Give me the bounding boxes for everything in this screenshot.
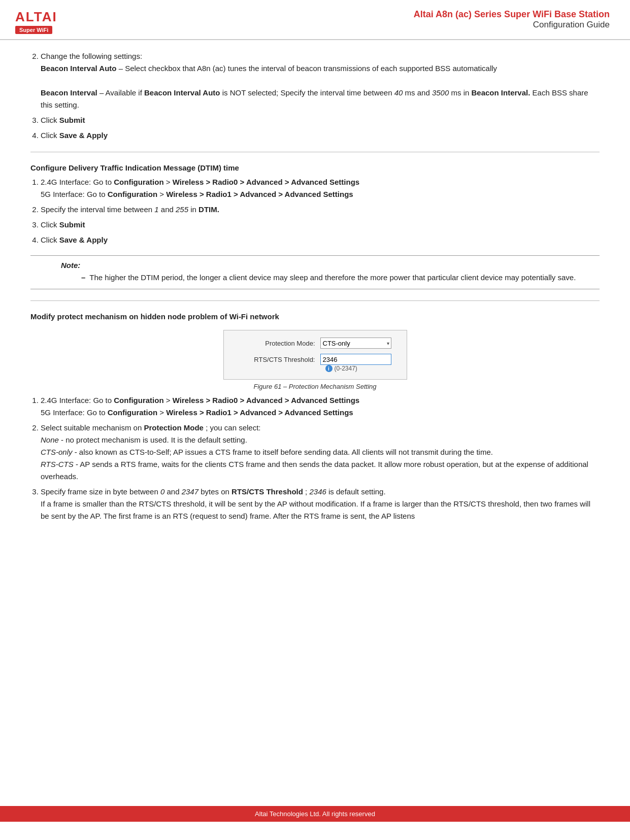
- dtim-max: 255: [176, 205, 188, 214]
- rts-hint-row: i (0-2347): [325, 365, 391, 372]
- mode-none-label: None: [41, 435, 59, 444]
- protection-mode-select[interactable]: None CTS-only RTS-CTS: [320, 338, 391, 349]
- protect-5g-path: Wireless > Radio1 > Advanced > Advanced …: [166, 408, 353, 417]
- protect-5g-config: Configuration: [108, 408, 157, 417]
- rts-threshold-group: RTS/CTS Threshold: i (0-2347): [239, 354, 391, 372]
- list-item-change-settings: Change the following settings: Beacon In…: [41, 50, 600, 111]
- list-item-save-apply-1: Click Save & Apply: [41, 129, 600, 142]
- footer-bar: Altai Technologies Ltd. All rights reser…: [0, 806, 630, 822]
- dtim-specify-pre: Specify the interval time between: [41, 205, 154, 214]
- dtim-in: in: [190, 205, 198, 214]
- mode-rts-label: RTS-CTS: [41, 460, 74, 468]
- beacon-interval-auto-term: Beacon Interval Auto: [41, 64, 116, 73]
- page-header: ALTAI Super WiFi Altai A8n (ac) Series S…: [0, 0, 630, 40]
- frame-max: 2347: [182, 487, 198, 496]
- beacon-interval-desc1: – Available if: [100, 88, 144, 97]
- divider-2: [30, 300, 600, 301]
- dtim-5g-config: Configuration: [108, 190, 157, 198]
- logo-text: ALTAI: [15, 9, 57, 25]
- section3-list: 2.4G Interface: Go to Configuration > Wi…: [41, 394, 600, 522]
- figure-box: Protection Mode: None CTS-only RTS-CTS ▾…: [223, 330, 407, 380]
- protect-item-3: Specify frame size in byte between 0 and…: [41, 486, 600, 522]
- rts-threshold-row: RTS/CTS Threshold:: [239, 354, 391, 365]
- protect-item-1: 2.4G Interface: Go to Configuration > Wi…: [41, 394, 600, 419]
- specify-frame-mid: and: [167, 487, 181, 496]
- dtim-5g-pre: 5G Interface: Go to: [41, 190, 108, 198]
- list-item-submit-1: Click Submit: [41, 114, 600, 126]
- change-settings-text: Change the following settings:: [41, 52, 142, 60]
- mode-none-desc: - no protect mechanism is used. It is th…: [61, 435, 247, 444]
- figure-caption: Figure 61 – Protection Mechanism Setting: [253, 383, 376, 390]
- protection-mode-bold: Protection Mode: [144, 423, 204, 432]
- dtim-field: DTIM.: [198, 205, 219, 214]
- dtim-2g-sep1: >: [166, 178, 173, 186]
- beacon-min: 40: [394, 88, 403, 97]
- dtim-5g-path: Wireless > Radio1 > Advanced > Advanced …: [166, 190, 353, 198]
- note-dash-item: – The higher the DTIM period, the longer…: [81, 272, 600, 284]
- specify-frame-pre: Specify frame size in byte between: [41, 487, 160, 496]
- dtim-item-2: Specify the interval time between 1 and …: [41, 204, 600, 216]
- protect-item-2: Select suitable mechanism on Protection …: [41, 422, 600, 483]
- click-save-2-pre: Click: [41, 236, 59, 244]
- header-title: Altai A8n (ac) Series Super WiFi Base St…: [414, 9, 610, 30]
- config-guide: Configuration Guide: [414, 20, 610, 30]
- dtim-min: 1: [154, 205, 158, 214]
- beacon-interval-bold: Beacon Interval.: [472, 88, 530, 97]
- mode-cts-label: CTS-only: [41, 448, 73, 456]
- save-apply-label-2: Save & Apply: [59, 236, 108, 244]
- submit-label-2: Submit: [59, 220, 85, 229]
- rts-threshold-label: RTS/CTS Threshold:: [239, 356, 320, 363]
- click-submit-2-pre: Click: [41, 220, 59, 229]
- beacon-interval-desc4: ms in: [451, 88, 471, 97]
- protect-2g-sep: >: [166, 396, 173, 405]
- page-footer: 56 Altai Technologies Ltd. All rights re…: [0, 811, 630, 822]
- dtim-item-1: 2.4G Interface: Go to Configuration > Wi…: [41, 176, 600, 200]
- product-title: Altai A8n (ac) Series Super WiFi Base St…: [414, 9, 610, 20]
- main-content: Change the following settings: Beacon In…: [0, 40, 630, 541]
- note-dash: –: [81, 272, 85, 284]
- dtim-item-save: Click Save & Apply: [41, 234, 600, 246]
- note-content: – The higher the DTIM period, the longer…: [81, 272, 600, 284]
- rts-threshold-input[interactable]: [320, 354, 391, 365]
- protect-5g-pre: 5G Interface: Go to: [41, 408, 108, 417]
- dtim-and: and: [161, 205, 176, 214]
- beacon-max: 3500: [432, 88, 449, 97]
- click-submit-1-pre: Click: [41, 116, 59, 124]
- frame-extra: If a frame is smaller than the RTS/CTS t…: [41, 499, 590, 520]
- protect-2g-path: Wireless > Radio0 > Advanced > Advanced …: [173, 396, 359, 405]
- beacon-interval-desc3: ms and: [405, 88, 432, 97]
- figure-container: Protection Mode: None CTS-only RTS-CTS ▾…: [30, 330, 600, 390]
- note-text: The higher the DTIM period, the longer a…: [89, 272, 576, 284]
- protection-mode-label: Protection Mode:: [239, 340, 320, 347]
- rts-threshold-bold: RTS/CTS Threshold: [231, 487, 303, 496]
- section2-list: 2.4G Interface: Go to Configuration > Wi…: [41, 176, 600, 246]
- rts-hint-text: (0-2347): [335, 365, 357, 372]
- frame-min: 0: [160, 487, 164, 496]
- select-mechanism-pre: Select suitable mechanism on: [41, 423, 144, 432]
- dtim-2g-path: Wireless > Radio0 > Advanced > Advanced …: [173, 178, 359, 186]
- protection-mode-select-wrapper[interactable]: None CTS-only RTS-CTS ▾: [320, 338, 391, 349]
- save-apply-label-1: Save & Apply: [59, 131, 108, 140]
- divider-1: [30, 152, 600, 152]
- logo-area: ALTAI Super WiFi: [15, 9, 57, 34]
- protect-mechanism-heading: Modify protect mechanism on hidden node …: [30, 312, 600, 321]
- submit-label-1: Submit: [59, 116, 85, 124]
- beacon-interval-auto-desc: – Select checkbox that A8n (ac) tunes th…: [119, 64, 497, 73]
- protect-5g-sep: >: [159, 408, 166, 417]
- mode-rts-desc: - AP sends a RTS frame, waits for the cl…: [41, 460, 588, 481]
- section1-list: Change the following settings: Beacon In…: [41, 50, 600, 142]
- dtim-2g-pre: 2.4G Interface: Go to: [41, 178, 114, 186]
- dtim-heading: Configure Delivery Traffic Indication Me…: [30, 163, 600, 172]
- protect-2g-config: Configuration: [114, 396, 163, 405]
- protection-mode-row: Protection Mode: None CTS-only RTS-CTS ▾: [239, 338, 391, 349]
- is-default: is default setting.: [328, 487, 386, 496]
- select-mechanism-post: ; you can select:: [206, 423, 260, 432]
- info-icon: i: [325, 365, 333, 372]
- copyright-text: Altai Technologies Ltd. All rights reser…: [255, 810, 375, 818]
- note-label: Note:: [61, 261, 600, 270]
- beacon-interval-desc2: is NOT selected; Specify the interval ti…: [222, 88, 394, 97]
- default-val: 2346: [309, 487, 326, 496]
- click-save-1-pre: Click: [41, 131, 59, 140]
- note-box: Note: – The higher the DTIM period, the …: [30, 255, 600, 289]
- dtim-2g-config: Configuration: [114, 178, 163, 186]
